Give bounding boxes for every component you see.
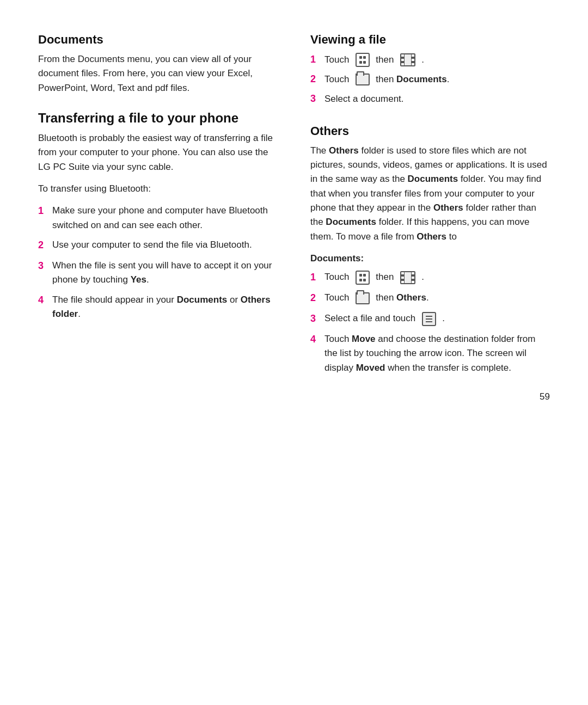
docs-step-2-content: Touch then Others. <box>324 291 550 305</box>
transfer-body: Bluetooth is probably the easiest way of… <box>38 131 278 174</box>
viewing-step-3: 3 Select a document. <box>310 91 550 107</box>
docs-step-4-content: Touch Move and choose the destination fo… <box>324 332 550 375</box>
step-1-content: Make sure your phone and computer have B… <box>52 204 278 232</box>
left-column: Documents From the Documents menu, you c… <box>38 33 278 402</box>
viewing-step-1-content: Touch then . <box>324 53 550 68</box>
step-num-4: 4 <box>38 293 52 308</box>
transfer-step-1: 1 Make sure your phone and computer have… <box>38 204 278 232</box>
grid-icon-2 <box>356 271 370 285</box>
viewing-step-2: 2 Touch then Documents. <box>310 72 550 87</box>
folder-icon-3 <box>356 292 370 304</box>
menu-icon <box>422 312 436 326</box>
docs-step-1-content: Touch then . <box>324 270 550 285</box>
docs-step-num-2: 2 <box>310 291 324 306</box>
documents-heading: Documents <box>38 33 278 47</box>
viewing-step-num-1: 1 <box>310 52 324 68</box>
transfer-section: Transferring a file to your phone Blueto… <box>38 111 278 321</box>
film-icon-2 <box>400 271 415 284</box>
transfer-step-3: 3 When the file is sent you will have to… <box>38 259 278 287</box>
docs-step-1: 1 Touch then . <box>310 270 550 285</box>
transfer-step-4: 4 The file should appear in your Documen… <box>38 293 278 322</box>
step-3-content: When the file is sent you will have to a… <box>52 259 278 287</box>
docs-step-2: 2 Touch then Others. <box>310 291 550 306</box>
step-4-content: The file should appear in your Documents… <box>52 293 278 322</box>
others-section: Others The Others folder is used to stor… <box>310 124 550 375</box>
step-2-content: Use your computer to send the file via B… <box>52 238 278 252</box>
docs-steps-list: 1 Touch then . 2 <box>310 270 550 375</box>
step-num-2: 2 <box>38 238 52 253</box>
docs-step-3: 3 Select a file and touch . <box>310 311 550 327</box>
documents-body: From the Documents menu, you can view al… <box>38 52 278 95</box>
grid-icon-1 <box>356 53 370 67</box>
viewing-heading: Viewing a file <box>310 33 550 47</box>
step-num-1: 1 <box>38 204 52 219</box>
right-column: Viewing a file 1 Touch then . <box>310 33 550 402</box>
viewing-section: Viewing a file 1 Touch then . <box>310 33 550 107</box>
transfer-intro: To transfer using Bluetooth: <box>38 182 278 196</box>
docs-step-num-1: 1 <box>310 270 324 285</box>
page-number: 59 <box>310 391 550 402</box>
docs-step-num-3: 3 <box>310 311 324 327</box>
viewing-step-num-2: 2 <box>310 72 324 87</box>
transfer-heading: Transferring a file to your phone <box>38 111 278 126</box>
docs-subheading: Documents: <box>310 252 550 266</box>
page-layout: Documents From the Documents menu, you c… <box>38 33 550 402</box>
viewing-step-3-content: Select a document. <box>324 92 550 106</box>
others-body: The Others folder is used to store files… <box>310 144 550 244</box>
docs-step-3-content: Select a file and touch . <box>324 311 550 326</box>
folder-icon-2 <box>356 73 370 85</box>
others-heading: Others <box>310 124 550 138</box>
transfer-step-2: 2 Use your computer to send the file via… <box>38 238 278 253</box>
docs-step-4: 4 Touch Move and choose the destination … <box>310 332 550 375</box>
viewing-step-2-content: Touch then Documents. <box>324 72 550 87</box>
documents-section: Documents From the Documents menu, you c… <box>38 33 278 95</box>
viewing-step-num-3: 3 <box>310 91 324 107</box>
step-num-3: 3 <box>38 259 52 274</box>
viewing-step-1: 1 Touch then . <box>310 52 550 68</box>
film-icon-1 <box>400 53 415 66</box>
transfer-steps-list: 1 Make sure your phone and computer have… <box>38 204 278 321</box>
docs-step-num-4: 4 <box>310 332 324 347</box>
